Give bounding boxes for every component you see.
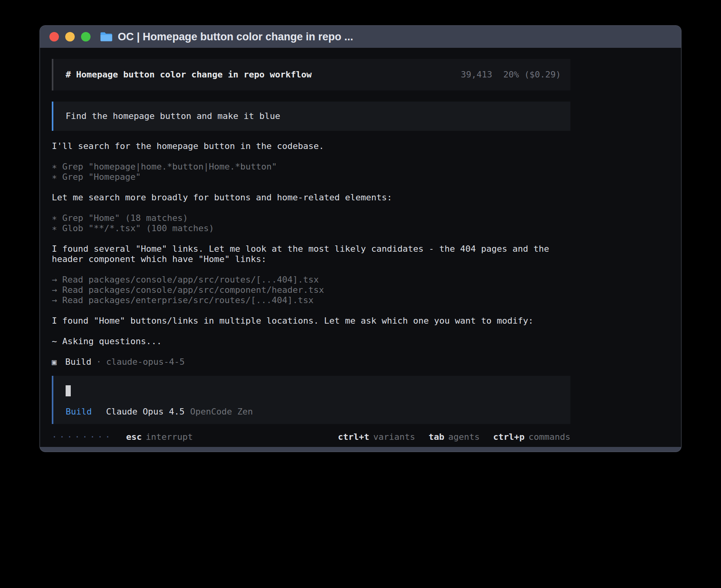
esc-label: interrupt: [146, 432, 193, 442]
terminal-content: # Homepage button color change in repo w…: [40, 48, 681, 447]
terminal-window: OC | Homepage button color change in rep…: [40, 25, 681, 452]
esc-key: esc: [126, 432, 142, 442]
user-message: Find the homepage button and make it blu…: [52, 102, 570, 131]
tool-call: ∗ Glob "**/*.tsx" (100 matches): [52, 223, 570, 234]
shortcut-label: agents: [448, 432, 479, 442]
shortcut-key: tab: [428, 432, 444, 442]
zoom-button[interactable]: [81, 32, 91, 41]
assistant-text: I'll search for the homepage button in t…: [52, 141, 570, 151]
shortcut-variants: ctrl+t variants: [338, 432, 415, 442]
agent-separator: ·: [96, 357, 101, 367]
assistant-text: Let me search more broadly for buttons a…: [52, 192, 570, 203]
traffic-lights: [49, 32, 91, 41]
model-name: Claude Opus 4.5: [106, 407, 185, 417]
tool-call: ∗ Grep "Home" (18 matches): [52, 213, 570, 223]
window-title-group: OC | Homepage button color change in rep…: [100, 31, 353, 43]
assistant-candidates: I found several "Home" links. Let me loo…: [52, 244, 570, 264]
tool-calls-read: → Read packages/console/app/src/routes/[…: [52, 275, 570, 305]
agent-icon: ▣: [52, 357, 57, 367]
text-cursor: [66, 385, 71, 396]
close-button[interactable]: [49, 32, 59, 41]
window-title: OC | Homepage button color change in rep…: [118, 31, 353, 43]
shortcut-agents: tab agents: [428, 432, 479, 442]
tool-call: ∗ Grep "homepage|home.*button|Home.*butt…: [52, 162, 570, 172]
tool-call: → Read packages/enterprise/src/routes/[.…: [52, 295, 570, 305]
session-stats: 39,41320% ($0.29): [461, 70, 561, 80]
folder-icon: [100, 31, 113, 42]
asking-text: ~ Asking questions...: [52, 336, 570, 347]
mode-badge[interactable]: Build: [66, 407, 92, 417]
assistant-text: I found several "Home" links. Let me loo…: [52, 244, 570, 264]
tool-call: ∗ Grep "Homepage": [52, 172, 570, 182]
tool-calls-grep-1: ∗ Grep "homepage|home.*button|Home.*butt…: [52, 162, 570, 182]
assistant-text: I found "Home" buttons/links in multiple…: [52, 316, 570, 326]
assistant-broader-search: Let me search more broadly for buttons a…: [52, 192, 570, 203]
prompt-input[interactable]: Build Claude Opus 4.5 OpenCode Zen: [52, 376, 570, 424]
shortcut-label: commands: [528, 432, 570, 442]
titlebar[interactable]: OC | Homepage button color change in rep…: [40, 26, 681, 48]
status-right: ctrl+t variants tab agents ctrl+p comman…: [338, 432, 570, 442]
minimize-button[interactable]: [65, 32, 75, 41]
session-title: # Homepage button color change in repo w…: [66, 70, 312, 80]
input-mode-line: Build Claude Opus 4.5 OpenCode Zen: [66, 407, 561, 417]
asking-status: ~ Asking questions...: [52, 336, 570, 347]
session-header: # Homepage button color change in repo w…: [52, 59, 570, 90]
context-usage: 20% ($0.29): [503, 70, 561, 79]
token-count: 39,413: [461, 70, 492, 79]
agent-model: claude-opus-4-5: [106, 357, 185, 367]
spinner-dots-icon: ········: [52, 432, 113, 442]
tool-calls-grep-2: ∗ Grep "Home" (18 matches) ∗ Glob "**/*.…: [52, 213, 570, 234]
status-left: ········ esc interrupt: [52, 432, 193, 442]
user-message-text: Find the homepage button and make it blu…: [66, 111, 561, 121]
desktop: OC | Homepage button color change in rep…: [0, 0, 721, 588]
assistant-ask-intro: I found "Home" buttons/links in multiple…: [52, 316, 570, 326]
agent-status-line: ▣ Build · claude-opus-4-5: [52, 357, 570, 367]
tool-call: → Read packages/console/app/src/routes/[…: [52, 275, 570, 285]
agent-name: Build: [65, 357, 91, 367]
tool-call: → Read packages/console/app/src/componen…: [52, 285, 570, 295]
status-bar: ········ esc interrupt ctrl+t variants t…: [52, 432, 570, 442]
shortcut-commands: ctrl+p commands: [493, 432, 570, 442]
shortcut-key: ctrl+p: [493, 432, 525, 442]
provider-name: OpenCode Zen: [190, 407, 253, 417]
shortcut-label: variants: [373, 432, 415, 442]
shortcut-interrupt: esc interrupt: [126, 432, 193, 442]
shortcut-key: ctrl+t: [338, 432, 369, 442]
assistant-intro: I'll search for the homepage button in t…: [52, 141, 570, 151]
